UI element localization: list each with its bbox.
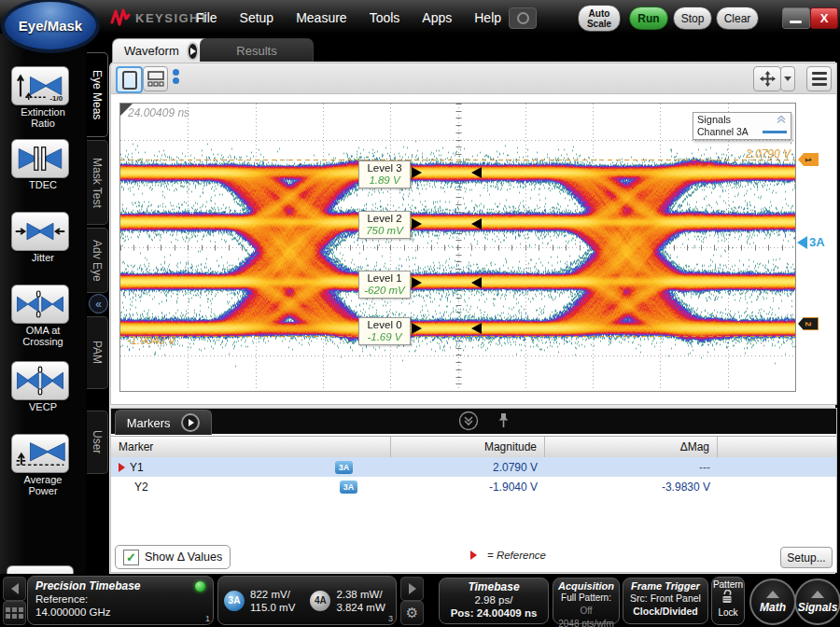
- scroll-right-button[interactable]: [400, 577, 424, 601]
- frame-trigger-panel[interactable]: Frame Trigger Src: Front Panel Clock/Div…: [623, 578, 708, 624]
- vecp-icon: [14, 364, 66, 397]
- table-row-y1[interactable]: Y1 3A 2.0790 V ---: [111, 457, 836, 477]
- run-button[interactable]: Run: [629, 7, 668, 30]
- split-display-icon: [147, 71, 164, 87]
- marker-y1-value: 2.0790 V: [746, 147, 791, 160]
- panel-grid-button[interactable]: [3, 601, 26, 625]
- scroll-left-button[interactable]: [3, 577, 26, 601]
- pattern-lock-button[interactable]: Pattern Lock: [711, 577, 745, 625]
- panel-page-badge: 3: [388, 614, 393, 623]
- tab-markers[interactable]: Markers: [115, 410, 212, 435]
- menu-help[interactable]: Help: [467, 7, 509, 28]
- menu-apps[interactable]: Apps: [414, 7, 459, 28]
- tab-mask-test[interactable]: Mask Test: [87, 140, 108, 225]
- pan-tool-button[interactable]: [753, 66, 781, 91]
- column-dmag[interactable]: ΔMag: [545, 437, 718, 457]
- tdec-icon: [14, 142, 66, 175]
- waveform-panel: 24.00409 ns 2.0790 V -1.9040 V Signals C…: [110, 63, 837, 405]
- tab-play-icon[interactable]: [187, 42, 199, 61]
- signals-legend[interactable]: Signals Channel 3A: [693, 112, 791, 140]
- channels-panel[interactable]: 3A 822 mV/ 115.0 mV 4A 2.38 mW/ 3.824 mW…: [217, 576, 397, 625]
- channel-color-swatch: [763, 131, 787, 133]
- auto-scale-button[interactable]: Auto Scale: [578, 5, 621, 32]
- arrow-right-icon: [409, 583, 416, 594]
- close-icon: X: [820, 11, 829, 25]
- arrow-up-icon: [811, 591, 824, 598]
- jitter-icon: [14, 215, 66, 248]
- channel-4a-badge[interactable]: 4A: [310, 591, 330, 611]
- reference-marker-icon: [470, 550, 477, 560]
- level-0-left-marker-icon: [412, 323, 422, 334]
- single-display-button[interactable]: [116, 66, 143, 93]
- markers-play-icon[interactable]: [181, 413, 200, 432]
- markers-table-header: Marker Magnitude ΔMag: [111, 436, 836, 458]
- collapse-chevron-icon[interactable]: [776, 115, 787, 124]
- extinction-ratio-icon: -1/0: [14, 69, 66, 103]
- category-tab-strip: Eye Meas Mask Test Adv Eye « PAM User: [86, 34, 110, 574]
- menu-measure[interactable]: Measure: [288, 7, 354, 28]
- marker-y1-handle[interactable]: 1: [798, 153, 819, 166]
- tab-eye-meas[interactable]: Eye Meas: [87, 52, 108, 137]
- show-delta-values-checkbox[interactable]: ✓ Show Δ Values: [115, 545, 231, 569]
- menu-tools[interactable]: Tools: [362, 7, 408, 28]
- precision-timebase-panel[interactable]: Precision Timebase Reference: 14.000000 …: [27, 576, 214, 625]
- collapse-sidebar-button[interactable]: «: [89, 294, 108, 314]
- pan-tool-dropdown[interactable]: [780, 66, 795, 91]
- measurement-sidebar: -1/0 ExtinctionRatio TDEC: [0, 34, 86, 574]
- vecp-button[interactable]: [11, 361, 69, 400]
- reference-legend: = Reference: [470, 550, 546, 561]
- menu-file[interactable]: File: [189, 7, 225, 28]
- display-options-dots[interactable]: [173, 67, 179, 86]
- stop-button[interactable]: Stop: [673, 7, 712, 30]
- menu-setup[interactable]: Setup: [232, 7, 282, 28]
- level-1-left-marker-icon: [412, 277, 422, 288]
- tab-adv-eye[interactable]: Adv Eye: [87, 228, 108, 293]
- tab-pam[interactable]: PAM: [87, 316, 108, 389]
- math-button[interactable]: Math: [749, 578, 796, 625]
- status-bar: Precision Timebase Reference: 14.000000 …: [0, 574, 840, 627]
- column-magnitude[interactable]: Magnitude: [391, 437, 545, 457]
- marker-y2-handle[interactable]: 2: [798, 317, 819, 330]
- close-button[interactable]: X: [810, 7, 838, 29]
- settings-button[interactable]: ⚙: [400, 601, 424, 625]
- table-row-y2[interactable]: Y2 3A -1.9040 V -3.9830 V: [111, 477, 836, 496]
- keysight-spark-icon: [110, 8, 131, 27]
- channel-3a-reference-handle[interactable]: 3A: [797, 235, 825, 249]
- timebase-panel[interactable]: Timebase 2.98 ps/ Pos: 24.00409 ns: [439, 578, 549, 624]
- oma-at-crossing-icon: [14, 287, 66, 321]
- signals-button[interactable]: Signals: [794, 578, 840, 625]
- tab-user[interactable]: User: [87, 411, 108, 474]
- channel-3a-badge[interactable]: 3A: [224, 591, 245, 611]
- collapse-panel-button[interactable]: [458, 411, 479, 431]
- minimize-icon: [790, 21, 802, 23]
- signals-legend-channel[interactable]: Channel 3A: [697, 126, 749, 137]
- level-3-label: Level 31.89 V: [358, 160, 411, 188]
- jitter-button[interactable]: [11, 212, 69, 251]
- app-mode-button[interactable]: Eye/Mask: [5, 2, 96, 49]
- menu-button[interactable]: [806, 66, 832, 91]
- level-3-left-marker-icon: [412, 167, 422, 178]
- pin-panel-button[interactable]: [497, 412, 510, 428]
- arrow-left-icon: [11, 583, 19, 594]
- minimize-button[interactable]: [782, 7, 810, 29]
- extinction-ratio-label: ExtinctionRatio: [0, 106, 86, 129]
- level-1-label: Level 1-620 mV: [358, 271, 411, 299]
- clear-button[interactable]: Clear: [716, 7, 759, 30]
- eye-diagram-canvas: [120, 104, 795, 391]
- column-marker[interactable]: Marker: [111, 437, 391, 457]
- level-2-right-marker-icon: [471, 218, 482, 230]
- markers-tab-bar: Markers: [111, 409, 836, 434]
- tab-results[interactable]: Results: [200, 38, 314, 63]
- y1-magnitude: 2.0790 V: [391, 457, 545, 477]
- screenshot-camera-icon[interactable]: [509, 7, 537, 29]
- tab-waveform[interactable]: Waveform: [112, 38, 211, 63]
- split-display-button[interactable]: [143, 66, 168, 91]
- extinction-ratio-button[interactable]: -1/0: [11, 66, 69, 105]
- level-2-left-marker-icon: [412, 218, 422, 230]
- markers-setup-button[interactable]: Setup...: [780, 547, 833, 568]
- acquisition-panel[interactable]: Acquisition Full Pattern: Off 2048 pts/w…: [553, 578, 620, 624]
- average-power-button[interactable]: [11, 434, 69, 473]
- level-1-right-marker-icon: [471, 277, 482, 288]
- tdec-button[interactable]: [11, 139, 69, 178]
- oma-at-crossing-button[interactable]: [11, 285, 69, 324]
